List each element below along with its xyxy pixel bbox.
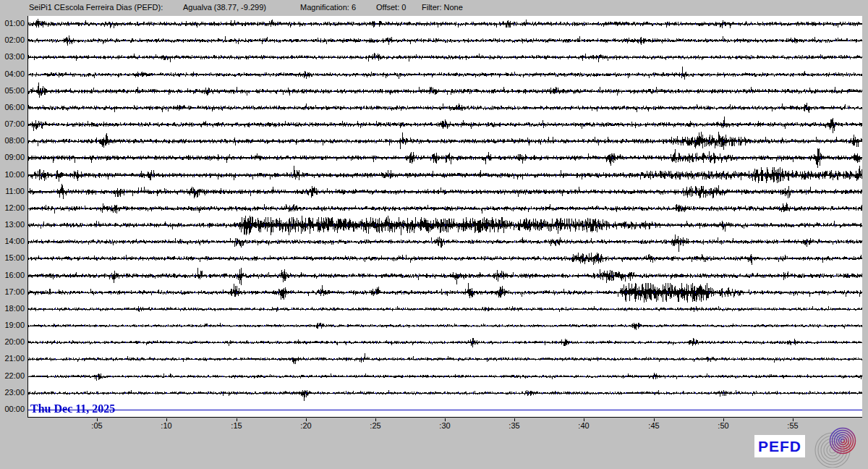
spiral-logo-icon — [814, 427, 859, 468]
minute-label: :20 — [296, 421, 316, 430]
station-code-badge[interactable]: PEFD — [754, 435, 805, 457]
row-label: 15:00 — [0, 253, 25, 263]
row-label: 18:00 — [0, 304, 25, 313]
row-label: 00:00 — [0, 405, 25, 414]
row-label: 23:00 — [0, 388, 25, 397]
filter-setting: Filter: None — [422, 3, 463, 13]
row-label: 14:00 — [0, 237, 25, 246]
minute-label: :25 — [365, 421, 386, 430]
station-title: SeiPi1 CEscola Ferreira Dias (PEFD): — [29, 3, 163, 13]
row-label: 11:00 — [0, 187, 25, 196]
row-label: 22:00 — [0, 371, 25, 381]
minute-label: :15 — [226, 421, 247, 430]
row-label: 10:00 — [0, 170, 25, 179]
row-label: 16:00 — [0, 271, 25, 280]
row-label: 12:00 — [0, 203, 25, 213]
row-label: 17:00 — [0, 287, 25, 297]
minute-label: :30 — [435, 421, 455, 430]
helicorder-canvas — [27, 16, 862, 418]
row-label: 05:00 — [0, 86, 25, 96]
row-label: 21:00 — [0, 354, 25, 363]
row-label: 09:00 — [0, 153, 25, 162]
row-label: 08:00 — [0, 136, 25, 145]
helicorder-app: SeiPi1 CEscola Ferreira Dias (PEFD): Agu… — [0, 0, 868, 469]
row-label: 06:00 — [0, 103, 25, 112]
row-label: 03:00 — [0, 52, 25, 62]
offset-setting: Offset: 0 — [376, 3, 406, 13]
minute-label: :45 — [644, 421, 664, 430]
minute-label: :05 — [87, 421, 107, 430]
row-label: 20:00 — [0, 337, 25, 347]
row-label: 07:00 — [0, 119, 25, 129]
minute-label: :35 — [504, 421, 524, 430]
row-label: 02:00 — [0, 35, 25, 45]
row-label: 01:00 — [0, 19, 25, 28]
row-label: 04:00 — [0, 69, 25, 79]
minute-label: :40 — [574, 421, 594, 430]
station-location: Agualva (38.77, -9.299) — [183, 3, 266, 13]
minute-label: :55 — [783, 421, 803, 430]
date-label: Thu Dec 11, 2025 — [30, 402, 115, 415]
plot-area — [27, 16, 862, 418]
minute-label: :50 — [713, 421, 733, 430]
row-label: 19:00 — [0, 321, 25, 330]
row-label: 13:00 — [0, 220, 25, 229]
minute-label: :10 — [156, 421, 176, 430]
magnification-setting: Magnification: 6 — [300, 3, 356, 13]
